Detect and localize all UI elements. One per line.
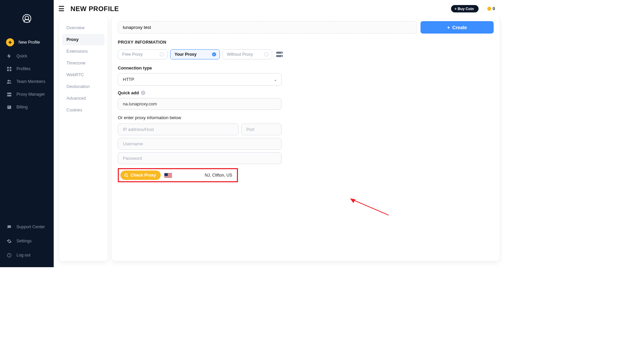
connection-type-value: HTTP xyxy=(118,73,282,86)
proxy-type-label: Free Proxy xyxy=(122,52,143,57)
profile-header-row: + Create xyxy=(118,21,494,34)
sidebar-item-label: Team Members xyxy=(16,79,45,84)
user-avatar-area[interactable] xyxy=(0,0,54,33)
body-row: Overview Proxy Extensions Timezone WebRT… xyxy=(54,16,503,267)
billing-icon xyxy=(6,104,12,110)
gear-icon xyxy=(6,238,12,244)
svg-rect-1 xyxy=(9,67,11,68)
logout-icon xyxy=(6,252,12,258)
sidebar-nav: + New Profile Quick Profiles Team Member… xyxy=(0,33,54,220)
tab-advanced[interactable]: Advanced xyxy=(62,93,104,104)
help-icon[interactable]: ? xyxy=(141,91,145,95)
proxy-type-free[interactable]: Free Proxy xyxy=(118,49,167,59)
support-icon xyxy=(6,224,12,230)
user-icon xyxy=(22,14,31,23)
sidebar-bottom: Support Center Settings Log out xyxy=(0,220,54,267)
check-proxy-label: Check Proxy xyxy=(131,173,156,178)
svg-point-8 xyxy=(8,93,8,93)
coin-icon xyxy=(487,7,491,11)
or-enter-label: Or enter proxy information below xyxy=(118,115,494,120)
tab-geolocation[interactable]: Geolocation xyxy=(62,81,104,92)
tab-overview[interactable]: Overview xyxy=(62,22,104,33)
sidebar-item-label: Profiles xyxy=(16,66,31,71)
check-proxy-row: Check Proxy NJ, Clifton, US xyxy=(118,168,238,182)
username-input[interactable] xyxy=(118,138,282,150)
connection-type-label: Connection type xyxy=(118,65,494,70)
content-panel: + Create PROXY INFORMATION Free Proxy Yo… xyxy=(112,16,500,261)
plus-circle-icon: + xyxy=(6,38,14,46)
sidebar-item-proxy-manager[interactable]: Proxy Manager xyxy=(0,88,54,101)
create-label: Create xyxy=(452,25,467,30)
grid-icon xyxy=(6,66,12,72)
tab-webrtc[interactable]: WebRTC xyxy=(62,69,104,80)
svg-line-14 xyxy=(353,200,389,215)
sidebar-item-support[interactable]: Support Center xyxy=(0,220,54,234)
sidebar-item-label: Log out xyxy=(16,253,31,257)
radio-checked-icon xyxy=(212,52,216,56)
radio-icon xyxy=(264,52,268,56)
plus-icon: + xyxy=(447,25,450,30)
saved-proxy-icon[interactable] xyxy=(276,52,283,57)
connection-type-select[interactable]: HTTP ⌄ xyxy=(118,73,282,86)
sidebar-item-quick[interactable]: Quick xyxy=(0,50,54,62)
proxy-type-label: Without Proxy xyxy=(227,52,253,57)
proxy-location-result: NJ, Clifton, US xyxy=(205,173,232,178)
proxy-type-without[interactable]: Without Proxy xyxy=(222,49,272,59)
tab-timezone[interactable]: Timezone xyxy=(62,57,104,68)
sidebar-item-logout[interactable]: Log out xyxy=(0,248,54,262)
tab-proxy[interactable]: Proxy xyxy=(62,34,104,45)
svg-rect-2 xyxy=(7,69,9,71)
buy-coin-button[interactable]: + Buy Coin xyxy=(451,5,479,12)
sidebar-item-label: Support Center xyxy=(16,225,45,229)
tab-cookies[interactable]: Cookies xyxy=(62,104,104,115)
coin-count-value: 0 xyxy=(493,6,495,11)
us-flag-icon xyxy=(164,173,172,178)
left-sidebar: + New Profile Quick Profiles Team Member… xyxy=(0,0,54,267)
buy-coin-label: Buy Coin xyxy=(458,7,474,11)
quick-add-label: Quick add ? xyxy=(118,90,494,95)
sidebar-item-new-profile[interactable]: + New Profile xyxy=(0,35,54,50)
proxy-fields xyxy=(118,124,282,164)
plus-icon: + xyxy=(454,7,456,11)
svg-point-4 xyxy=(7,80,9,82)
sidebar-item-label: Quick xyxy=(16,54,27,58)
sidebar-item-label: New Profile xyxy=(18,40,40,45)
sidebar-item-billing[interactable]: Billing xyxy=(0,101,54,113)
svg-rect-0 xyxy=(7,67,9,68)
host-input[interactable] xyxy=(118,124,239,135)
svg-marker-15 xyxy=(350,198,355,203)
radio-icon xyxy=(160,52,164,56)
sidebar-item-label: Proxy Manager xyxy=(16,92,45,97)
users-icon xyxy=(6,79,12,85)
page-title: NEW PROFILE xyxy=(70,5,119,13)
tab-extensions[interactable]: Extensions xyxy=(62,46,104,57)
topbar: ☰ NEW PROFILE + Buy Coin 0 xyxy=(54,0,503,16)
coin-balance: 0 xyxy=(487,6,495,11)
sidebar-item-settings[interactable]: Settings xyxy=(0,234,54,248)
svg-point-13 xyxy=(125,174,128,176)
hamburger-icon[interactable]: ☰ xyxy=(58,5,66,13)
profile-tabs: Overview Proxy Extensions Timezone WebRT… xyxy=(59,16,108,261)
sidebar-item-profiles[interactable]: Profiles xyxy=(0,62,54,75)
quick-add-input[interactable] xyxy=(118,98,282,110)
profile-name-input[interactable] xyxy=(118,21,417,34)
sidebar-item-label: Billing xyxy=(16,105,28,109)
password-input[interactable] xyxy=(118,152,282,164)
server-icon xyxy=(6,91,12,97)
section-title: PROXY INFORMATION xyxy=(118,40,494,45)
proxy-type-row: Free Proxy Your Proxy Without Proxy xyxy=(118,49,494,59)
annotation-arrow xyxy=(350,198,390,217)
sidebar-item-label: Settings xyxy=(16,239,32,243)
lightning-icon xyxy=(6,53,12,59)
proxy-type-label: Your Proxy xyxy=(175,52,197,57)
svg-point-5 xyxy=(9,80,11,82)
check-proxy-button[interactable]: Check Proxy xyxy=(120,171,161,180)
svg-rect-11 xyxy=(8,106,9,107)
main-area: ☰ NEW PROFILE + Buy Coin 0 Overview Prox… xyxy=(54,0,503,267)
create-button[interactable]: + Create xyxy=(420,21,494,34)
port-input[interactable] xyxy=(241,124,282,135)
proxy-type-your[interactable]: Your Proxy xyxy=(170,49,220,59)
sidebar-item-team-members[interactable]: Team Members xyxy=(0,75,54,88)
magnify-icon xyxy=(124,173,129,178)
svg-rect-3 xyxy=(9,69,11,71)
